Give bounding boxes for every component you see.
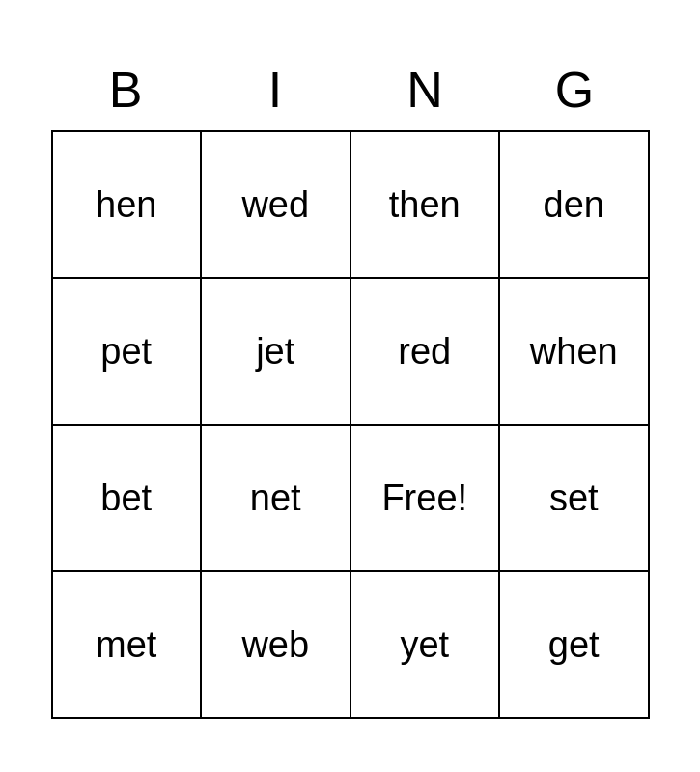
header-n: N (350, 53, 500, 126)
cell-3-0[interactable]: met (53, 572, 203, 717)
cell-3-3[interactable]: get (500, 572, 648, 717)
cell-2-0[interactable]: bet (53, 426, 203, 570)
cell-0-1[interactable]: wed (202, 132, 351, 277)
cell-1-0[interactable]: pet (53, 279, 203, 424)
cell-1-2[interactable]: red (351, 279, 501, 424)
bingo-card: B I N G hen wed then den pet jet red whe… (51, 53, 650, 719)
bingo-header: B I N G (51, 53, 650, 126)
header-i: I (201, 53, 350, 126)
bingo-row: hen wed then den (53, 132, 648, 279)
cell-3-1[interactable]: web (202, 572, 351, 717)
cell-1-1[interactable]: jet (202, 279, 351, 424)
header-g: G (500, 53, 650, 126)
cell-0-2[interactable]: then (351, 132, 501, 277)
cell-0-3[interactable]: den (500, 132, 648, 277)
cell-3-2[interactable]: yet (351, 572, 501, 717)
bingo-row: met web yet get (53, 572, 648, 717)
bingo-grid: hen wed then den pet jet red when bet ne… (51, 130, 650, 719)
bingo-row: pet jet red when (53, 279, 648, 426)
cell-0-0[interactable]: hen (53, 132, 203, 277)
cell-2-3[interactable]: set (500, 426, 648, 570)
header-b: B (51, 53, 201, 126)
cell-2-2[interactable]: Free! (351, 426, 501, 570)
cell-2-1[interactable]: net (202, 426, 351, 570)
cell-1-3[interactable]: when (500, 279, 648, 424)
bingo-row: bet net Free! set (53, 426, 648, 572)
